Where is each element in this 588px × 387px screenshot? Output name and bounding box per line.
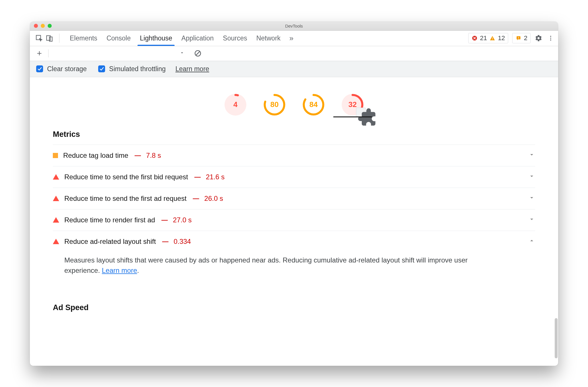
metric-row[interactable]: Reduce time to send the first bid reques… xyxy=(53,166,535,188)
report-dropdown-icon[interactable] xyxy=(179,50,185,57)
svg-rect-4 xyxy=(492,38,493,39)
tab-console[interactable]: Console xyxy=(102,30,135,46)
chevron-down-icon[interactable] xyxy=(528,151,535,160)
metric-dash: — xyxy=(194,173,201,181)
metrics-title: Metrics xyxy=(53,125,535,145)
separator xyxy=(48,49,49,57)
svg-point-9 xyxy=(550,36,551,37)
metric-label: Reduce time to send the first bid reques… xyxy=(64,173,188,181)
metric-description: Measures layout shifts that were caused … xyxy=(53,252,489,284)
lighthouse-settings-bar: Clear storage Simulated throttling Learn… xyxy=(30,61,558,77)
metric-label: Reduce time to send the first ad request xyxy=(64,195,187,203)
warning-icon xyxy=(489,35,496,41)
metric-dash: — xyxy=(193,195,199,202)
gauge-2[interactable]: 84 xyxy=(303,94,324,116)
gauge-1[interactable]: 80 xyxy=(264,94,285,116)
metric-row[interactable]: Reduce time to render first ad — 27.0 s xyxy=(53,209,535,231)
gauge-3[interactable]: 32 xyxy=(342,94,363,116)
square-icon xyxy=(53,153,58,158)
metric-label: Reduce tag load time xyxy=(63,151,128,160)
learn-more-link[interactable]: Learn more xyxy=(102,267,137,274)
metrics-section: Metrics Reduce tag load time — 7.8 s Red… xyxy=(30,125,558,296)
issues-count[interactable]: 2 xyxy=(512,33,531,43)
triangle-icon xyxy=(53,239,59,244)
warning-count: 12 xyxy=(498,34,505,42)
tab-network[interactable]: Network xyxy=(252,30,285,46)
issues-count-value: 2 xyxy=(524,34,527,42)
lighthouse-toolbar: + xyxy=(30,46,558,61)
chevron-up-icon[interactable] xyxy=(528,237,535,246)
adspeed-section: Ad Speed xyxy=(30,296,558,329)
triangle-icon xyxy=(53,196,59,201)
kebab-menu-icon[interactable] xyxy=(547,34,555,42)
tab-elements[interactable]: Elements xyxy=(65,30,102,46)
metric-value: 7.8 s xyxy=(146,151,161,160)
metric-row[interactable]: Reduce time to send the first ad request… xyxy=(53,188,535,209)
clear-icon[interactable] xyxy=(194,49,202,57)
chevron-down-icon[interactable] xyxy=(528,194,535,203)
throttling-label: Simulated throttling xyxy=(109,65,166,73)
chevron-down-icon[interactable] xyxy=(528,216,535,224)
lighthouse-report: 4 80 84 32 xyxy=(30,77,558,366)
separator xyxy=(59,34,59,43)
svg-point-14 xyxy=(226,95,245,114)
triangle-icon xyxy=(53,217,59,223)
metric-row[interactable]: Reduce ad-related layout shift — 0.334 xyxy=(53,231,535,252)
metric-value: 26.0 s xyxy=(204,195,223,203)
right-tools: 21 12 2 xyxy=(468,33,555,43)
metric-dash: — xyxy=(162,238,169,245)
error-warning-counts[interactable]: 21 12 xyxy=(468,33,508,43)
gauge-0[interactable]: 4 xyxy=(225,94,246,116)
svg-point-10 xyxy=(550,38,551,39)
metric-value: 0.334 xyxy=(174,238,191,246)
new-report-button[interactable]: + xyxy=(35,48,44,58)
triangle-icon xyxy=(53,174,59,180)
score-gauges: 4 80 84 32 xyxy=(30,77,558,125)
svg-rect-8 xyxy=(518,38,519,39)
svg-line-13 xyxy=(196,51,200,55)
devtools-window: DevTools ElementsConsoleLighthouseApplic… xyxy=(30,22,558,366)
chevron-down-icon[interactable] xyxy=(528,173,535,181)
mac-titlebar: DevTools xyxy=(30,22,558,31)
scrollbar-thumb[interactable] xyxy=(555,318,558,358)
plugin-icon xyxy=(356,108,366,117)
error-icon xyxy=(471,35,478,41)
clear-storage-checkbox[interactable] xyxy=(36,65,43,72)
window-title: DevTools xyxy=(30,24,558,28)
svg-rect-7 xyxy=(518,37,519,38)
throttling-checkbox[interactable] xyxy=(98,65,105,72)
metric-label: Reduce ad-related layout shift xyxy=(64,238,156,246)
issues-icon xyxy=(515,35,522,41)
metric-dash: — xyxy=(135,152,141,159)
adspeed-title: Ad Speed xyxy=(53,299,535,318)
tab-application[interactable]: Application xyxy=(177,30,218,46)
metric-row[interactable]: Reduce tag load time — 7.8 s xyxy=(53,145,535,166)
svg-rect-5 xyxy=(492,39,493,40)
device-toggle-icon[interactable] xyxy=(45,34,53,42)
learn-more-link[interactable]: Learn more xyxy=(175,65,209,73)
metric-dash: — xyxy=(161,216,168,224)
devtools-tab-bar: ElementsConsoleLighthouseApplicationSour… xyxy=(30,31,558,46)
error-count: 21 xyxy=(480,34,487,42)
metric-value: 27.0 s xyxy=(173,216,192,224)
tab-sources[interactable]: Sources xyxy=(218,30,252,46)
metric-value: 21.6 s xyxy=(206,173,225,181)
inspect-icon[interactable] xyxy=(35,34,43,42)
settings-icon[interactable] xyxy=(535,34,543,42)
tab-lighthouse[interactable]: Lighthouse xyxy=(135,30,177,46)
svg-rect-1 xyxy=(47,36,50,40)
gauge-active-underline xyxy=(333,116,372,117)
svg-point-11 xyxy=(550,40,551,41)
more-tabs-icon[interactable]: » xyxy=(287,34,295,42)
metric-label: Reduce time to render first ad xyxy=(64,216,155,224)
clear-storage-label: Clear storage xyxy=(47,65,87,73)
